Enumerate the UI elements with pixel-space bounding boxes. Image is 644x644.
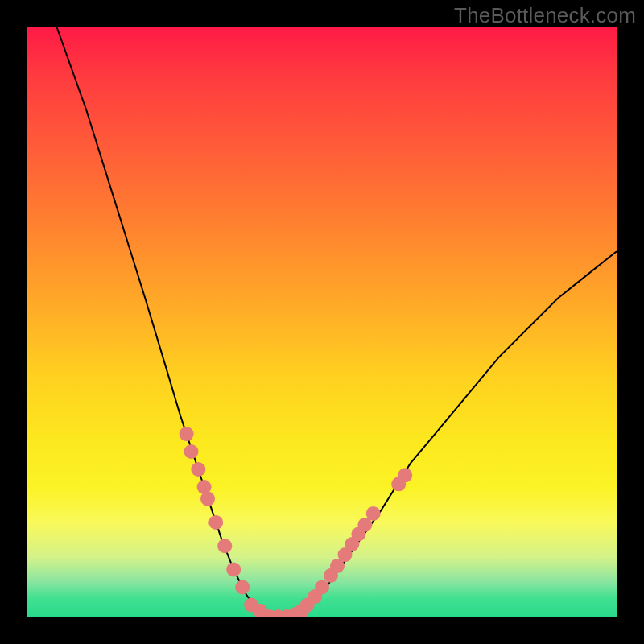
curve-marker xyxy=(217,539,232,553)
curve-marker xyxy=(191,462,205,477)
curve-marker xyxy=(226,562,241,576)
chart-frame: TheBottleneck.com xyxy=(0,0,644,644)
curve-marker xyxy=(184,444,199,459)
plot-area xyxy=(27,27,617,617)
curve-marker xyxy=(366,506,381,521)
bottleneck-curve xyxy=(27,27,617,617)
curve-marker xyxy=(208,515,223,530)
curve-marker xyxy=(315,580,329,594)
curve-path xyxy=(57,27,617,617)
curve-marker xyxy=(235,580,250,594)
curve-marker xyxy=(200,492,215,506)
curve-marker xyxy=(180,427,194,441)
watermark-text: TheBottleneck.com xyxy=(454,3,636,28)
curve-marker xyxy=(398,468,412,482)
